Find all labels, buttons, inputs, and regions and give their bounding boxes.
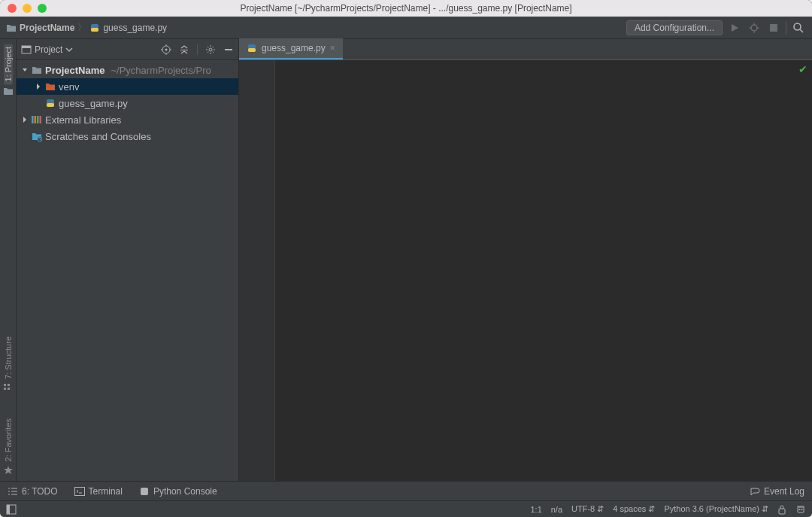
libraries-icon [32,115,42,124]
chevron-right-icon [35,83,42,90]
project-tree[interactable]: ProjectName ~/PycharmProjects/Pro venv g… [17,60,238,481]
svg-point-2 [751,25,757,31]
python-file-icon [45,98,56,108]
editor-tab-label: guess_game.py [262,43,326,53]
structure-icon [4,384,13,393]
status-caret-pos[interactable]: 1:1 [530,505,541,514]
tree-external-libraries[interactable]: External Libraries [17,111,238,128]
main-content-row: 1: Project 7: Structure 2: Favorites Pro… [0,39,812,481]
tool-window-favorites[interactable]: 2: Favorites [4,415,13,464]
debug-icon[interactable] [747,20,762,35]
svg-point-47 [799,509,801,510]
svg-rect-27 [32,116,34,123]
editor-tab-active[interactable]: guess_game.py × [239,38,343,59]
svg-rect-30 [40,116,42,123]
tree-extlib-label: External Libraries [45,114,121,126]
tool-window-structure[interactable]: 7: Structure [4,333,13,382]
stop-icon[interactable] [766,20,781,35]
svg-rect-26 [47,103,54,107]
toolbar-separator [786,21,786,35]
status-lock-icon[interactable] [777,504,786,515]
tool-window-project[interactable]: 1: Project [4,44,13,84]
svg-rect-41 [74,487,84,495]
locate-icon[interactable] [161,44,171,55]
svg-point-48 [801,509,803,510]
navigation-bar: ProjectName 〉 guess_game.py Add Configur… [0,17,812,39]
close-tab-icon[interactable]: × [330,43,335,53]
traffic-lights [8,4,47,13]
python-file-icon [89,23,100,33]
search-icon[interactable] [791,20,806,35]
sidebar-separator [197,44,198,55]
todo-icon [8,487,18,496]
tree-root-path: ~/PycharmProjects/Pro [111,65,211,76]
status-line-separator[interactable]: n/a [551,505,562,514]
python-file-icon [247,43,257,53]
tree-scratches-label: Scratches and Consoles [45,131,151,142]
tree-folder-venv[interactable]: venv [17,78,238,95]
tree-file-guess-game[interactable]: guess_game.py [17,95,238,111]
status-interpreter[interactable]: Python 3.6 (ProjectName) ⇵ [664,504,768,514]
svg-point-17 [165,48,168,50]
svg-rect-7 [770,24,777,32]
svg-rect-29 [37,116,39,123]
breadcrumb-project: ProjectName [20,23,74,33]
project-tool-window: Project ProjectName ~/PycharmProjects/Pr… [17,39,239,481]
project-tool-actions [161,44,234,55]
status-tool-windows-icon[interactable] [6,504,17,515]
status-encoding[interactable]: UTF-8 ⇵ [571,504,604,514]
svg-rect-10 [4,384,6,386]
svg-rect-12 [4,388,6,390]
bottom-tool-bar: 6: TODO Terminal Python Console Event Lo… [0,481,812,500]
inspection-ok-icon[interactable]: ✔ [798,63,807,75]
tool-terminal[interactable]: Terminal [74,486,123,497]
tree-root[interactable]: ProjectName ~/PycharmProjects/Pro [17,62,238,78]
svg-rect-13 [8,388,10,390]
svg-rect-34 [248,48,256,52]
tool-terminal-label: Terminal [89,486,123,497]
python-icon [139,486,150,497]
tool-todo[interactable]: 6: TODO [8,486,58,497]
folder-icon [3,86,14,96]
hide-icon[interactable] [223,44,234,55]
svg-line-9 [800,29,803,32]
breadcrumb-separator: 〉 [77,21,86,34]
tree-file-label: guess_game.py [59,98,128,109]
editor-line-gutter [239,60,275,481]
svg-rect-15 [22,46,31,48]
status-bar: 1:1 n/a UTF-8 ⇵ 4 spaces ⇵ Python 3.6 (P… [0,500,812,517]
editor-area: guess_game.py × ✔ [239,39,812,481]
project-tool-header: Project [17,39,238,60]
gear-icon[interactable] [205,44,216,55]
chevron-down-icon [65,46,73,53]
tool-event-log-label: Event Log [764,486,804,497]
event-log-icon [750,486,760,497]
macos-titlebar: ProjectName [~/PycharmProjects/ProjectNa… [0,0,812,17]
svg-point-8 [794,23,801,30]
svg-rect-1 [91,28,98,32]
run-icon[interactable] [727,20,742,35]
left-tool-gutter: 1: Project 7: Structure 2: Favorites [0,39,17,481]
tool-python-console-label: Python Console [153,486,217,497]
zoom-window-button[interactable] [38,4,47,13]
editor-body[interactable]: ✔ [239,60,812,481]
tool-todo-label: 6: TODO [22,486,58,497]
tree-root-label: ProjectName [45,65,105,76]
folder-excluded-icon [45,81,56,92]
minimize-window-button[interactable] [23,4,32,13]
svg-point-23 [209,48,212,51]
chevron-down-icon [21,66,29,74]
collapse-all-icon[interactable] [179,44,189,55]
editor-code-area[interactable]: ✔ [275,60,812,481]
tool-event-log[interactable]: Event Log [750,486,804,497]
gutter-structure-group: 7: Structure [4,333,13,393]
tree-scratches[interactable]: Scratches and Consoles [17,128,238,144]
close-window-button[interactable] [8,4,17,13]
add-configuration-button[interactable]: Add Configuration... [626,20,723,35]
breadcrumb[interactable]: ProjectName 〉 guess_game.py [6,21,167,34]
status-indent[interactable]: 4 spaces ⇵ [613,504,655,514]
status-inspector-icon[interactable] [795,504,806,515]
tool-python-console[interactable]: Python Console [139,486,217,497]
project-view-selector[interactable]: Project [21,44,73,55]
svg-rect-46 [798,507,804,512]
